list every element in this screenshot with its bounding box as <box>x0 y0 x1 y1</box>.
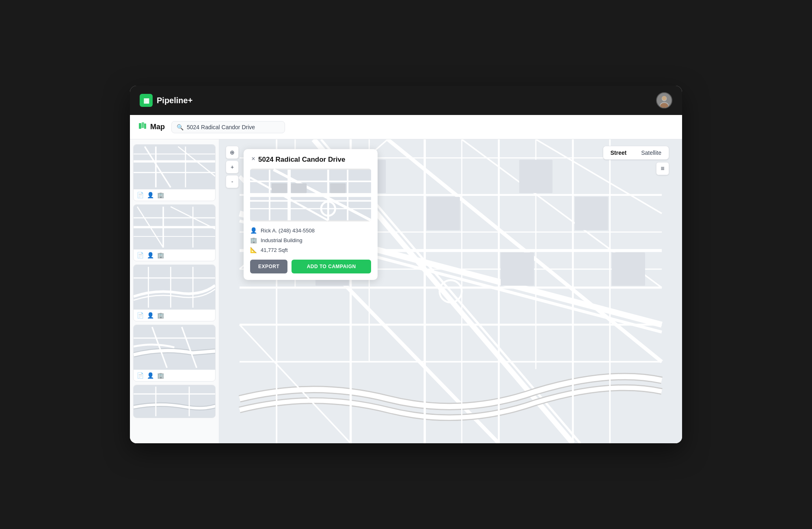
sidebar-map-preview-1 <box>134 145 215 189</box>
sqft-detail-icon: 📐 <box>250 247 257 253</box>
sidebar-map-preview-3 <box>134 265 215 310</box>
building-icon[interactable]: 🏢 <box>157 252 164 258</box>
building-icon[interactable]: 🏢 <box>157 192 164 198</box>
svg-rect-7 <box>144 124 146 129</box>
hamburger-icon: ≡ <box>661 165 664 172</box>
map-area[interactable]: ⊕ + - Street Satellite ≡ × 5024 Radical … <box>219 139 682 443</box>
logo-icon: ▦ <box>140 94 153 107</box>
document-icon[interactable]: 📄 <box>137 192 144 198</box>
sqft-value: 41,772 Sqft <box>261 247 288 253</box>
svg-rect-69 <box>427 197 460 230</box>
person-detail-icon: 👤 <box>250 227 257 234</box>
app-name: Pipeline+ <box>157 96 192 105</box>
map-type-toggle: Street Satellite <box>603 146 669 160</box>
map-page-icon <box>138 121 147 132</box>
svg-rect-87 <box>291 183 307 193</box>
building-icon[interactable]: 🏢 <box>157 372 164 379</box>
popup-map-preview <box>250 169 371 221</box>
person-icon[interactable]: 👤 <box>147 372 154 379</box>
building-type: Industrial Building <box>261 237 302 243</box>
svg-rect-24 <box>134 267 215 308</box>
satellite-view-button[interactable]: Satellite <box>634 146 669 159</box>
svg-rect-71 <box>575 197 608 230</box>
main-content: 📄 👤 🏢 <box>130 139 682 443</box>
zoom-in-button[interactable]: + <box>226 160 239 173</box>
document-icon[interactable]: 📄 <box>137 252 144 258</box>
sidebar-map-preview-2 <box>134 205 215 249</box>
person-icon[interactable]: 👤 <box>147 312 154 319</box>
sidebar-map-preview-4 <box>134 325 215 370</box>
street-view-button[interactable]: Street <box>603 146 634 159</box>
search-icon: 🔍 <box>177 124 184 130</box>
list-item <box>133 385 216 418</box>
building-detail-icon: 🏢 <box>250 237 257 243</box>
card-actions-1: 📄 👤 🏢 <box>134 189 215 201</box>
user-avatar[interactable] <box>656 92 672 108</box>
sqft-row: 📐 41,772 Sqft <box>250 247 371 253</box>
document-icon[interactable]: 📄 <box>137 312 144 319</box>
svg-point-3 <box>662 96 667 100</box>
page-title: Map <box>150 123 165 131</box>
popup-actions: EXPORT ADD TO CAMPAIGN <box>250 260 371 273</box>
card-actions-3: 📄 👤 🏢 <box>134 310 215 321</box>
locate-button[interactable]: ⊕ <box>226 146 239 159</box>
list-item: 📄 👤 🏢 <box>133 264 216 321</box>
header-bar: Map 🔍 <box>130 115 682 139</box>
document-icon[interactable]: 📄 <box>137 372 144 379</box>
export-button[interactable]: EXPORT <box>250 260 287 273</box>
sidebar: 📄 👤 🏢 <box>130 139 219 443</box>
contact-info: Rick A. (248) 434-5508 <box>261 228 315 234</box>
list-item: 📄 👤 🏢 <box>133 144 216 201</box>
svg-rect-5 <box>139 123 141 129</box>
app-logo: ▦ Pipeline+ <box>140 94 192 107</box>
person-icon[interactable]: 👤 <box>147 192 154 198</box>
map-menu-button[interactable]: ≡ <box>656 162 669 175</box>
close-icon: × <box>251 155 255 163</box>
card-actions-4: 📄 👤 🏢 <box>134 370 215 381</box>
search-input[interactable] <box>187 124 280 130</box>
popup-close-button[interactable]: × <box>248 154 258 164</box>
search-bar[interactable]: 🔍 <box>171 121 285 133</box>
svg-rect-6 <box>141 122 144 128</box>
svg-rect-74 <box>612 252 645 286</box>
card-actions-2: 📄 👤 🏢 <box>134 249 215 261</box>
app-screen: ▦ Pipeline+ Map <box>130 86 682 443</box>
add-to-campaign-button[interactable]: ADD TO CAMPAIGN <box>292 260 371 273</box>
building-icon[interactable]: 🏢 <box>157 312 164 319</box>
building-type-row: 🏢 Industrial Building <box>250 237 371 243</box>
svg-rect-70 <box>501 252 534 286</box>
svg-rect-88 <box>272 183 287 193</box>
person-icon[interactable]: 👤 <box>147 252 154 258</box>
top-nav: ▦ Pipeline+ <box>130 86 682 115</box>
popup-details: 👤 Rick A. (248) 434-5508 🏢 Industrial Bu… <box>250 227 371 253</box>
contact-row: 👤 Rick A. (248) 434-5508 <box>250 227 371 234</box>
map-controls: ⊕ + - <box>226 146 239 188</box>
property-popup: × 5024 Radical Candor Drive <box>244 149 378 280</box>
svg-rect-33 <box>134 386 215 416</box>
list-item: 📄 👤 🏢 <box>133 204 216 261</box>
svg-rect-89 <box>330 183 346 193</box>
popup-title: 5024 Radical Candor Drive <box>250 156 371 164</box>
zoom-out-button[interactable]: - <box>226 175 239 188</box>
svg-rect-73 <box>519 160 553 193</box>
list-item: 📄 👤 🏢 <box>133 325 216 382</box>
page-title-group: Map <box>138 121 165 132</box>
sidebar-map-preview-5 <box>134 385 215 418</box>
